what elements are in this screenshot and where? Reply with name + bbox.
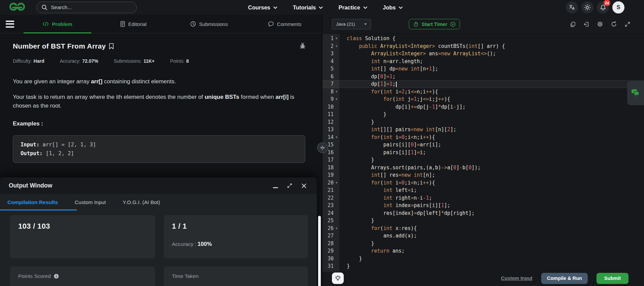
code-line[interactable]: 10 dp[i]+=dp[j-1]*dp[i-j];	[323, 103, 644, 111]
tab-problem[interactable]: Problem	[20, 15, 95, 33]
tab-yogi-ai-bot[interactable]: Y.O.G.I. (AI Bot)	[123, 199, 160, 205]
line-number: 7	[323, 80, 339, 88]
custom-input-link[interactable]: Custom Input	[501, 276, 532, 281]
code-line[interactable]: 11 }	[323, 111, 644, 118]
chat-bubbles-icon	[631, 88, 640, 98]
code-line[interactable]: 4 int n=arr.length;	[323, 58, 644, 65]
code-line[interactable]: 7 dp[1]=1;	[323, 80, 644, 88]
expand-button[interactable]	[287, 183, 293, 189]
code-line[interactable]: 14▾ for(int i=0;i<n;i++){	[323, 134, 644, 141]
code-line[interactable]: 31}	[323, 262, 644, 270]
reset-code-icon[interactable]	[611, 21, 617, 27]
tab-compilation-results[interactable]: Compilation Results	[7, 199, 58, 205]
search-bar[interactable]	[36, 2, 137, 13]
panel-splitter-handle[interactable]	[317, 142, 328, 153]
tab-comments[interactable]: Comments	[247, 15, 323, 33]
report-bug-icon[interactable]	[299, 42, 306, 50]
line-number: 11	[323, 111, 339, 118]
copy-code-icon[interactable]	[570, 21, 576, 27]
code-line[interactable]: 9▾ for(int j=1;j<=i;j++){	[323, 95, 644, 103]
fullscreen-icon[interactable]	[624, 21, 631, 27]
user-avatar[interactable]: S	[612, 1, 624, 13]
nav-link-practice[interactable]: Practice	[338, 4, 367, 11]
examples-heading: Examples :	[13, 120, 306, 127]
fold-arrow-icon[interactable]: ▾	[334, 179, 339, 187]
left-scrollbar-thumb[interactable]	[318, 216, 321, 286]
nav-link-label: Practice	[338, 4, 360, 11]
editor-toolbar: Java (21) Start Timer	[323, 15, 644, 34]
code-line[interactable]: 18 Arrays.sort(pairs,(a,b)->a[0]-b[0]);	[323, 164, 644, 172]
feedback-chat-tab[interactable]	[627, 81, 644, 105]
code-line[interactable]: 17 }	[323, 156, 644, 164]
search-input[interactable]	[51, 4, 132, 10]
theme-toggle-button[interactable]	[581, 1, 593, 13]
settings-gear-icon[interactable]	[597, 21, 603, 27]
menu-toggle-button[interactable]	[0, 15, 20, 33]
line-number: 20▾	[323, 179, 339, 187]
import-code-icon[interactable]	[583, 21, 589, 27]
tab-submissions[interactable]: Submissions	[171, 15, 247, 33]
example-output-line: Output: [1, 2, 2]	[21, 149, 298, 158]
nav-link-courses[interactable]: Courses	[248, 4, 277, 11]
points-label: Points:	[170, 58, 185, 64]
notifications-button[interactable]: 24	[597, 1, 609, 13]
light-mode-icon	[584, 4, 591, 11]
submit-button[interactable]: Submit	[596, 273, 628, 284]
code-line[interactable]: 26▾ for(int x:res){	[323, 225, 644, 232]
fold-arrow-icon[interactable]: ▾	[334, 42, 339, 50]
points-value: 8	[186, 58, 189, 64]
tab-custom-input[interactable]: Custom Input	[75, 199, 106, 205]
line-number: 30	[323, 255, 339, 263]
code-line[interactable]: 16 pairs[i][1]=i;	[323, 149, 644, 156]
translate-button[interactable]	[566, 1, 578, 13]
code-line[interactable]: 29 return ans;	[323, 247, 644, 255]
fold-arrow-icon[interactable]: ▾	[334, 225, 339, 232]
line-number: 19	[323, 171, 339, 179]
compile-run-button[interactable]: Compile & Run	[541, 273, 588, 284]
language-select[interactable]: Java (21)	[332, 19, 371, 29]
start-timer-button[interactable]: Start Timer	[409, 19, 460, 29]
fold-arrow-icon[interactable]: ▾	[334, 134, 339, 141]
code-line[interactable]: 21 int left=i;	[323, 187, 644, 194]
nav-link-tutorials[interactable]: Tutorials	[293, 4, 323, 11]
code-line[interactable]: 15 pairs[i][0]=arr[i];	[323, 141, 644, 149]
line-number: 31	[323, 262, 339, 270]
code-line[interactable]: 23 int index=pairs[i][1];	[323, 202, 644, 209]
fold-arrow-icon[interactable]: ▾	[334, 95, 339, 103]
code-line[interactable]: 13 int[][] pairs=new int[n][2];	[323, 126, 644, 134]
code-line[interactable]: 27 ans.add(x);	[323, 232, 644, 240]
line-number: 12	[323, 118, 339, 126]
line-number: 6	[323, 73, 339, 81]
minimize-button[interactable]	[273, 183, 278, 188]
bookmark-icon[interactable]	[109, 43, 114, 50]
code-line[interactable]: 12 }	[323, 118, 644, 126]
info-icon[interactable]	[54, 274, 59, 279]
code-line[interactable]: 5 int[] dp=new int[n+1];	[323, 65, 644, 73]
fold-arrow-icon[interactable]: ▾	[334, 35, 339, 42]
code-line[interactable]: 22 int right=n-i-1;	[323, 194, 644, 202]
code-line[interactable]: 19 int[] res=new int[n];	[323, 171, 644, 179]
tab-editorial[interactable]: Editorial	[95, 15, 171, 33]
line-number: 18	[323, 164, 339, 172]
line-number: 14▾	[323, 134, 339, 141]
code-editor[interactable]: 1▾class Solution {2▾ public ArrayList<In…	[323, 34, 644, 272]
code-line[interactable]: 3 ArrayList<Integer> ans=new ArrayList<>…	[323, 50, 644, 58]
code-line[interactable]: 30 }	[323, 255, 644, 263]
code-line[interactable]: 25 }	[323, 217, 644, 225]
nav-link-jobs[interactable]: Jobs	[383, 4, 403, 11]
document-icon	[120, 21, 125, 27]
code-line[interactable]: 20▾ for(int i=0;i<n;i++){	[323, 179, 644, 187]
testcases-card: 103 / 103	[10, 215, 155, 258]
code-line[interactable]: 6 dp[0]=1;	[323, 73, 644, 81]
code-line[interactable]: 28 }	[323, 240, 644, 248]
code-line[interactable]: 2▾ public ArrayList<Integer> countBSTs(i…	[323, 42, 644, 50]
gfg-logo[interactable]	[9, 2, 26, 13]
code-line[interactable]: 1▾class Solution {	[323, 35, 644, 42]
code-line[interactable]: 24 res[index]=dp[left]*dp[right];	[323, 209, 644, 217]
code-line[interactable]: 8▾ for(int i=2;i<=n;i++){	[323, 88, 644, 96]
hint-bulb-button[interactable]	[332, 273, 344, 284]
testcases-passed-value: 103 / 103	[18, 222, 147, 231]
close-button[interactable]	[301, 183, 307, 189]
output-window: Output Window	[0, 177, 317, 286]
fold-arrow-icon[interactable]: ▾	[334, 88, 339, 96]
